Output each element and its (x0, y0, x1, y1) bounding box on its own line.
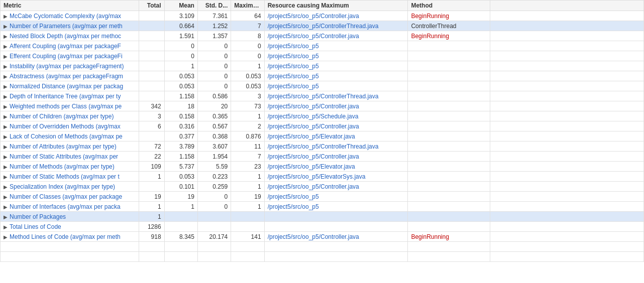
std-cell: 1.252 (197, 21, 231, 31)
resource-cell[interactable]: /project5/src/oo_p5/ElevatorSys.java (264, 172, 408, 182)
metric-name-cell[interactable]: ▶Number of Interfaces (avg/max per packa (1, 202, 139, 212)
table-row: ▶McCabe Cyclomatic Complexity (avg/max3.… (1, 11, 644, 21)
metric-name-cell[interactable]: ▶Number of Overridden Methods (avg/max (1, 121, 139, 131)
table-row: ▶Number of Overridden Methods (avg/max60… (1, 121, 644, 131)
col-header-method[interactable]: Method (408, 1, 490, 11)
resource-cell[interactable]: /project5/src/oo_p5/ControllerThread.jav… (264, 142, 408, 152)
metric-name-cell[interactable]: ▶Lack of Cohesion of Methods (avg/max pe (1, 131, 139, 142)
metric-name-cell[interactable]: ▶Specialization Index (avg/max per type) (1, 182, 139, 192)
expand-arrow-icon[interactable]: ▶ (4, 24, 8, 29)
expand-arrow-icon[interactable]: ▶ (4, 214, 8, 220)
expand-arrow-icon[interactable]: ▶ (4, 44, 8, 49)
col-header-mean[interactable]: Mean (164, 1, 197, 11)
resource-cell[interactable]: /project5/src/oo_p5/Elevator.java (264, 131, 408, 142)
expand-arrow-icon[interactable]: ▶ (4, 144, 8, 150)
method-cell[interactable]: ControllerThread (408, 21, 490, 31)
resource-cell[interactable]: /project5/src/oo_p5 (264, 81, 408, 91)
expand-arrow-icon[interactable]: ▶ (4, 204, 8, 210)
resource-cell[interactable]: /project5/src/oo_p5/ControllerThread.jav… (264, 21, 408, 31)
metric-name-cell[interactable]: ▶Number of Classes (avg/max per package (1, 192, 139, 202)
metric-name-cell[interactable]: ▶Number of Parameters (avg/max per meth (1, 21, 139, 31)
metric-name-cell[interactable]: ▶Total Lines of Code (1, 222, 139, 232)
expand-arrow-icon[interactable]: ▶ (4, 194, 8, 200)
expand-arrow-icon[interactable]: ▶ (4, 224, 8, 230)
method-cell (408, 91, 490, 101)
max-cell: 141 (231, 232, 264, 242)
col-header-metric[interactable]: Metric (1, 1, 139, 11)
col-header-resource[interactable]: Resource causing Maximum (264, 1, 408, 11)
std-cell: 0.567 (197, 121, 231, 131)
expand-arrow-icon[interactable]: ▶ (4, 154, 8, 160)
expand-arrow-icon[interactable]: ▶ (4, 184, 8, 190)
metric-name-cell[interactable]: ▶Number of Children (avg/max per type) (1, 111, 139, 121)
metric-name-cell[interactable]: ▶Method Lines of Code (avg/max per meth (1, 232, 139, 242)
metric-name-cell[interactable]: ▶Number of Packages (1, 212, 139, 222)
resource-cell[interactable]: /project5/src/oo_p5/Schedule.java (264, 111, 408, 121)
extra-cell (490, 212, 643, 222)
method-cell[interactable]: BeginRunning (408, 11, 490, 21)
col-header-max[interactable]: Maximu... (231, 1, 264, 11)
method-cell[interactable]: BeginRunning (408, 31, 490, 41)
resource-cell[interactable]: /project5/src/oo_p5/Controller.java (264, 232, 408, 242)
expand-arrow-icon[interactable]: ▶ (4, 124, 8, 129)
expand-arrow-icon[interactable]: ▶ (4, 74, 8, 79)
extra-cell (490, 182, 643, 192)
resource-cell[interactable]: /project5/src/oo_p5 (264, 192, 408, 202)
resource-cell[interactable]: /project5/src/oo_p5/Controller.java (264, 31, 408, 41)
method-cell (408, 182, 490, 192)
empty-cell (164, 252, 197, 262)
expand-arrow-icon[interactable]: ▶ (4, 94, 8, 99)
empty-cell (490, 242, 643, 252)
expand-arrow-icon[interactable]: ▶ (4, 234, 8, 240)
total-cell (139, 131, 164, 142)
table-row: ▶Number of Classes (avg/max per package1… (1, 192, 644, 202)
col-header-std[interactable]: Std. D... (197, 1, 231, 11)
method-cell[interactable]: BeginRunning (408, 232, 490, 242)
empty-cell (139, 252, 164, 262)
expand-arrow-icon[interactable]: ▶ (4, 64, 8, 69)
metric-name-cell[interactable]: ▶Efferent Coupling (avg/max per packageF… (1, 51, 139, 61)
expand-arrow-icon[interactable]: ▶ (4, 14, 8, 19)
resource-cell[interactable]: /project5/src/oo_p5/Controller.java (264, 121, 408, 131)
table-row: ▶Normalized Distance (avg/max per packag… (1, 81, 644, 91)
metric-name-cell[interactable]: ▶Normalized Distance (avg/max per packag (1, 81, 139, 91)
expand-arrow-icon[interactable]: ▶ (4, 164, 8, 170)
expand-arrow-icon[interactable]: ▶ (4, 134, 8, 139)
metric-name-cell[interactable]: ▶Afferent Coupling (avg/max per packageF (1, 41, 139, 51)
metric-name-cell[interactable]: ▶Nested Block Depth (avg/max per methoc (1, 31, 139, 41)
resource-cell[interactable]: /project5/src/oo_p5/Elevator.java (264, 162, 408, 172)
metric-name-cell[interactable]: ▶Number of Static Attributes (avg/max pe… (1, 152, 139, 162)
metrics-table-container[interactable]: Metric Total Mean Std. D... Maximu... Re… (0, 0, 644, 283)
mean-cell: 0.101 (164, 182, 197, 192)
resource-cell[interactable]: /project5/src/oo_p5 (264, 51, 408, 61)
extra-cell (490, 232, 643, 242)
metric-name-cell[interactable]: ▶McCabe Cyclomatic Complexity (avg/max (1, 11, 139, 21)
resource-cell[interactable]: /project5/src/oo_p5/Controller.java (264, 11, 408, 21)
metric-name-cell[interactable]: ▶Weighted methods per Class (avg/max pe (1, 101, 139, 111)
expand-arrow-icon[interactable]: ▶ (4, 54, 8, 59)
resource-cell[interactable]: /project5/src/oo_p5 (264, 41, 408, 51)
resource-cell[interactable]: /project5/src/oo_p5 (264, 202, 408, 212)
expand-arrow-icon[interactable]: ▶ (4, 114, 8, 119)
resource-cell[interactable]: /project5/src/oo_p5/ControllerThread.jav… (264, 91, 408, 101)
resource-cell[interactable]: /project5/src/oo_p5 (264, 61, 408, 71)
mean-cell: 0.664 (164, 21, 197, 31)
expand-arrow-icon[interactable]: ▶ (4, 174, 8, 180)
expand-arrow-icon[interactable]: ▶ (4, 84, 8, 89)
metric-name-cell[interactable]: ▶Number of Static Methods (avg/max per t (1, 172, 139, 182)
resource-cell[interactable]: /project5/src/oo_p5/Controller.java (264, 182, 408, 192)
metric-name-cell[interactable]: ▶Depth of Inheritance Tree (avg/max per … (1, 91, 139, 101)
col-header-total[interactable]: Total (139, 1, 164, 11)
expand-arrow-icon[interactable]: ▶ (4, 104, 8, 109)
metric-name-cell[interactable]: ▶Number of Attributes (avg/max per type) (1, 142, 139, 152)
metric-name-cell[interactable]: ▶Instability (avg/max per packageFragmen… (1, 61, 139, 71)
resource-cell[interactable]: /project5/src/oo_p5/Controller.java (264, 101, 408, 111)
metric-name-cell[interactable]: ▶Abstractness (avg/max per packageFragm (1, 71, 139, 81)
resource-cell[interactable]: /project5/src/oo_p5/Controller.java (264, 152, 408, 162)
metric-name-cell[interactable]: ▶Number of Methods (avg/max per type) (1, 162, 139, 172)
empty-cell (490, 252, 643, 262)
expand-arrow-icon[interactable]: ▶ (4, 34, 8, 39)
resource-cell[interactable]: /project5/src/oo_p5 (264, 71, 408, 81)
extra-cell (490, 152, 643, 162)
total-cell: 6 (139, 121, 164, 131)
